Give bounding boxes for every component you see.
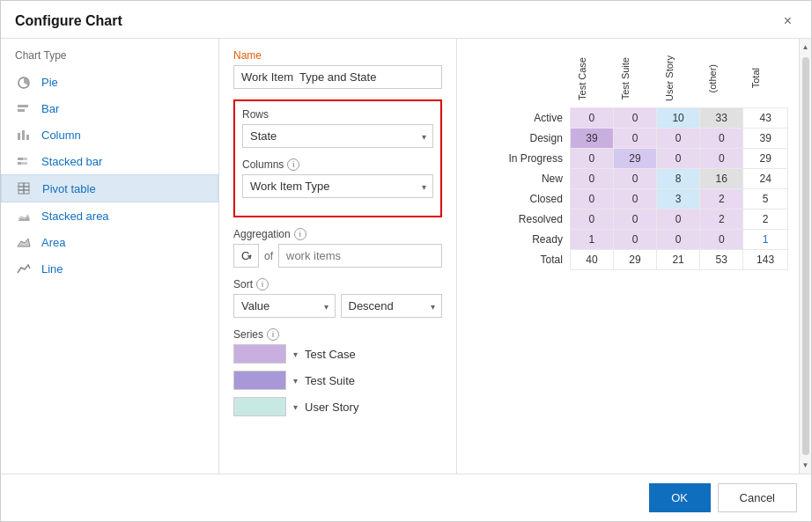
cell-ready-0: 1 <box>570 229 613 249</box>
cell-closed-3: 2 <box>700 188 743 209</box>
cancel-button[interactable]: Cancel <box>718 483 797 512</box>
pivot-icon <box>16 181 33 195</box>
stacked-bar-label: Stacked bar <box>41 155 102 168</box>
scroll-up-arrow[interactable]: ▲ <box>800 40 811 54</box>
dialog-footer: OK Cancel <box>1 474 811 521</box>
row-label-inprogress: In Progress <box>468 148 570 168</box>
cell-total-1: 29 <box>613 249 656 269</box>
ok-button[interactable]: OK <box>649 483 711 512</box>
stacked-bar-icon <box>15 154 33 168</box>
rows-columns-box: Rows State ▾ Columns i <box>233 99 442 217</box>
columns-info-icon[interactable]: i <box>287 158 299 171</box>
stacked-area-icon <box>15 209 33 223</box>
close-button[interactable]: × <box>779 11 797 31</box>
svg-rect-1 <box>18 105 28 107</box>
table-row: Closed 0 0 3 2 5 <box>468 188 788 209</box>
cell-ready-3: 0 <box>700 229 743 249</box>
sidebar-item-pie[interactable]: Pie <box>1 69 218 95</box>
columns-select[interactable]: Work Item Type <box>242 174 433 198</box>
svg-rect-14 <box>18 190 24 194</box>
sort-value-select[interactable]: Value <box>233 294 336 318</box>
row-label-design: Design <box>468 128 570 148</box>
sidebar-item-bar[interactable]: Bar <box>1 95 218 121</box>
cell-active-total: 43 <box>743 107 788 128</box>
aggregation-select[interactable]: Cou <box>233 244 259 268</box>
aggregation-row: Cou ▾ of <box>233 244 442 268</box>
scroll-track[interactable] <box>802 57 809 455</box>
pivot-header-row: Test Case Test Suite User Story (other) … <box>468 49 788 107</box>
pivot-panel: Test Case Test Suite User Story (other) … <box>457 39 799 474</box>
columns-label: Columns <box>242 158 284 171</box>
line-icon <box>15 261 33 276</box>
series-chevron-2[interactable]: ▾ <box>293 402 298 412</box>
scroll-down-arrow[interactable]: ▼ <box>800 459 811 472</box>
series-color-0[interactable] <box>233 344 286 364</box>
right-panel: Test Case Test Suite User Story (other) … <box>457 39 811 474</box>
series-color-1[interactable] <box>233 371 286 390</box>
rows-label: Rows <box>242 108 269 121</box>
cell-active-1: 0 <box>613 107 656 128</box>
chart-type-label: Chart Type <box>1 49 218 69</box>
series-label-1: Test Suite <box>305 374 355 387</box>
cell-closed-0: 0 <box>570 188 613 209</box>
aggregation-info-icon[interactable]: i <box>294 228 306 240</box>
cell-total-3: 53 <box>700 249 743 269</box>
aggregation-input[interactable] <box>278 244 442 268</box>
series-item-0: ▾ Test Case <box>233 344 442 364</box>
series-chevron-1[interactable]: ▾ <box>293 376 298 386</box>
column-icon <box>15 128 33 142</box>
col-header-user-story: User Story <box>657 49 700 107</box>
svg-rect-3 <box>18 133 20 140</box>
cell-inprogress-1: 29 <box>613 148 656 168</box>
table-row: Ready 1 0 0 0 1 <box>468 229 788 249</box>
sort-info-icon[interactable]: i <box>256 278 269 290</box>
columns-section: Columns i Work Item Type ▾ <box>242 158 433 198</box>
cell-design-1: 0 <box>613 128 656 148</box>
svg-rect-13 <box>24 187 29 190</box>
series-color-2[interactable] <box>233 397 286 416</box>
cell-resolved-total: 2 <box>743 209 788 229</box>
svg-rect-6 <box>18 158 23 160</box>
sort-value-wrapper: Value ▾ <box>233 294 336 318</box>
table-row: In Progress 0 29 0 0 29 <box>468 148 788 168</box>
sidebar-item-pivot-table[interactable]: Pivot table <box>1 174 218 202</box>
series-chevron-0[interactable]: ▾ <box>293 349 298 359</box>
svg-rect-12 <box>18 187 24 190</box>
row-label-total: Total <box>468 249 570 269</box>
configure-chart-dialog: Configure Chart × Chart Type Pie <box>0 0 812 522</box>
table-row: New 0 0 8 16 24 <box>468 168 788 188</box>
cell-total-grand: 143 <box>743 249 788 269</box>
cell-ready-2: 0 <box>657 229 700 249</box>
row-label-closed: Closed <box>468 188 570 209</box>
cell-active-2: 10 <box>657 107 700 128</box>
series-label-0: Test Case <box>305 348 356 361</box>
config-panel: Name Rows State ▾ <box>219 39 457 474</box>
col-header-other: (other) <box>700 49 743 107</box>
svg-rect-15 <box>24 190 29 194</box>
line-label: Line <box>41 262 63 276</box>
sidebar-item-stacked-area[interactable]: Stacked area <box>1 202 218 229</box>
name-input[interactable] <box>233 65 442 89</box>
svg-rect-7 <box>23 158 27 160</box>
name-label: Name <box>233 49 442 62</box>
sidebar-item-column[interactable]: Column <box>1 121 218 148</box>
sort-order-select[interactable]: Descend <box>341 294 443 318</box>
svg-rect-2 <box>18 109 25 112</box>
row-label-resolved: Resolved <box>468 209 570 229</box>
sidebar-item-stacked-bar[interactable]: Stacked bar <box>1 148 218 174</box>
chart-type-panel: Chart Type Pie <box>1 39 219 474</box>
vertical-scrollbar[interactable]: ▲ ▼ <box>799 39 811 474</box>
aggregation-of-label: of <box>264 250 273 262</box>
column-label: Column <box>41 129 81 142</box>
cell-resolved-0: 0 <box>570 209 613 229</box>
rows-select[interactable]: State <box>242 124 433 148</box>
table-row: Resolved 0 0 0 2 2 <box>468 209 788 229</box>
rows-label-row: Rows <box>242 108 433 121</box>
cell-inprogress-total: 29 <box>743 148 788 168</box>
sidebar-item-line[interactable]: Line <box>1 255 218 282</box>
sort-label: Sort <box>233 278 253 290</box>
series-info-icon[interactable]: i <box>267 328 279 341</box>
cell-resolved-1: 0 <box>613 209 656 229</box>
sidebar-item-area[interactable]: Area <box>1 229 218 255</box>
rows-select-wrapper: State ▾ <box>242 124 433 148</box>
